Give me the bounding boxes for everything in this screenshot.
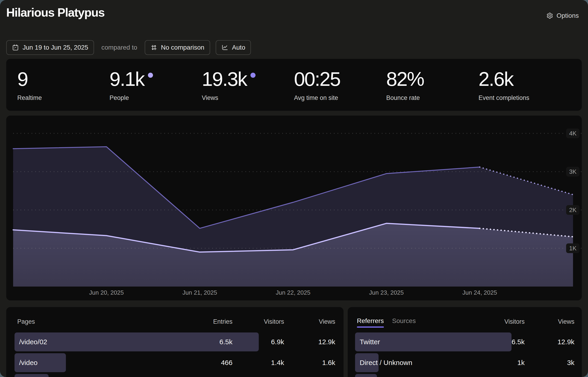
- column-header-views: Views: [319, 318, 335, 325]
- stat-value: 82%: [386, 69, 478, 89]
- pages-title: Pages: [17, 318, 35, 325]
- stat-value: 9.1k: [110, 69, 202, 89]
- line-chart-icon: [222, 44, 228, 51]
- analytics-dashboard: Hilarious Platypus Options Jun 19 to Jun…: [0, 0, 588, 377]
- column-header-visitors: Visitors: [264, 318, 284, 325]
- interval-button[interactable]: Auto: [216, 40, 251, 55]
- stat-people[interactable]: 9.1k People: [110, 69, 202, 111]
- value-bar: [355, 374, 377, 377]
- referrer-row[interactable]: [355, 374, 574, 377]
- date-range-label: Jun 19 to Jun 25, 2025: [22, 44, 88, 51]
- stat-value: 2.6k: [478, 69, 571, 89]
- stat-value: 9: [17, 69, 110, 89]
- column-header-visitors: Visitors: [504, 318, 525, 325]
- visitors-value: 1.4k: [271, 359, 284, 367]
- comparison-label: No comparison: [161, 44, 204, 51]
- stat-value: 00:25: [294, 69, 386, 89]
- comparison-button[interactable]: No comparison: [145, 40, 210, 55]
- referrer-row[interactable]: Direct / Unknown 1k 3k: [355, 353, 574, 372]
- referrers-panel: Referrers Sources Visitors Views Twitter…: [348, 307, 582, 377]
- pages-panel: Pages Entries Visitors Views /video/02 6…: [6, 307, 344, 377]
- referrers-header: Referrers Sources Visitors Views: [355, 317, 574, 327]
- date-range-button[interactable]: Jun 19 to Jun 25, 2025: [6, 40, 94, 55]
- stat-label: Realtime: [17, 94, 110, 102]
- stat-label: Views: [202, 94, 294, 102]
- stat-views[interactable]: 19.3k Views: [202, 69, 294, 111]
- stat-event-completions: 2.6k Event completions: [478, 69, 571, 111]
- views-value: 12.9k: [558, 338, 574, 346]
- options-button[interactable]: Options: [546, 12, 579, 19]
- stat-avg-time: 00:25 Avg time on site: [294, 69, 386, 111]
- referrer-name: Twitter: [360, 338, 380, 346]
- referrer-row[interactable]: Twitter 6.5k 12.9k: [355, 332, 574, 351]
- toolbar: Jun 19 to Jun 25, 2025 compared to No co…: [6, 40, 251, 55]
- column-header-entries: Entries: [213, 318, 233, 325]
- page-row[interactable]: /video/02 6.5k 6.9k 12.9k: [14, 332, 335, 351]
- visitors-value: 1k: [517, 359, 525, 367]
- views-series-dot: [250, 73, 255, 78]
- options-label: Options: [557, 12, 579, 19]
- people-series-dot: [148, 73, 153, 78]
- traffic-chart[interactable]: Jun 20, 2025Jun 21, 2025Jun 22, 2025Jun …: [6, 116, 582, 300]
- page-row[interactable]: [14, 374, 335, 377]
- referrer-name: Direct / Unknown: [360, 359, 412, 367]
- stat-label: Avg time on site: [294, 94, 386, 102]
- views-value: 1.6k: [322, 359, 335, 367]
- visitors-value: 6.5k: [511, 338, 525, 346]
- stat-bounce-rate: 82% Bounce rate: [386, 69, 478, 111]
- stats-summary: 9 Realtime 9.1k People 19.3k Views 00:25…: [6, 59, 582, 111]
- entries-value: 466: [221, 359, 233, 367]
- gear-icon: [546, 12, 553, 19]
- stat-label: Event completions: [478, 94, 571, 102]
- interval-label: Auto: [232, 44, 245, 51]
- page-path: /video: [19, 359, 38, 367]
- page-row[interactable]: /video 466 1.4k 1.6k: [14, 353, 335, 372]
- tab-sources[interactable]: Sources: [392, 317, 416, 325]
- compare-arrows-icon: [150, 44, 157, 51]
- site-title: Hilarious Platypus: [6, 6, 105, 19]
- traffic-chart-svg[interactable]: [6, 116, 582, 300]
- stat-label: People: [110, 94, 202, 102]
- page-path: /video/02: [19, 338, 47, 346]
- tab-referrers[interactable]: Referrers: [357, 317, 384, 325]
- entries-value: 6.5k: [219, 338, 233, 346]
- column-header-views: Views: [558, 318, 574, 325]
- value-bar: [14, 374, 49, 377]
- views-value: 3k: [567, 359, 574, 367]
- stat-realtime: 9 Realtime: [17, 69, 110, 111]
- calendar-icon: [12, 44, 19, 51]
- views-value: 12.9k: [318, 338, 335, 346]
- pages-header: Pages Entries Visitors Views: [14, 317, 335, 327]
- stat-value: 19.3k: [202, 69, 294, 89]
- referrers-rows: Twitter 6.5k 12.9k Direct / Unknown 1k 3…: [355, 332, 574, 377]
- referrers-tabs: Referrers Sources: [357, 317, 416, 325]
- visitors-value: 6.9k: [271, 338, 284, 346]
- stat-label: Bounce rate: [386, 94, 478, 102]
- compared-to-label: compared to: [101, 44, 137, 51]
- pages-rows: /video/02 6.5k 6.9k 12.9k /video 466 1.4…: [14, 332, 335, 377]
